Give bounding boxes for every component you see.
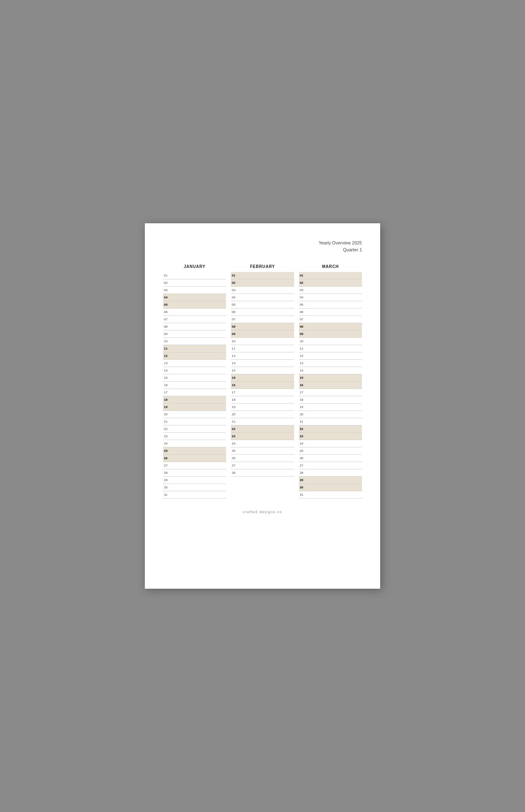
day-line <box>306 473 362 473</box>
day-line <box>238 370 294 371</box>
day-row: 23 <box>299 433 362 440</box>
day-line <box>238 451 294 451</box>
day-number: 05 <box>299 303 306 307</box>
day-row: 07 <box>231 316 294 323</box>
day-row: 27 <box>231 462 294 469</box>
day-row: 16 <box>299 382 362 389</box>
day-number: 09 <box>231 332 238 336</box>
day-row: 04 <box>299 294 362 301</box>
day-row: 12 <box>231 352 294 360</box>
day-row: 01 <box>231 272 294 279</box>
day-line <box>306 341 362 341</box>
day-row: 29 <box>163 477 226 484</box>
day-line <box>170 480 226 480</box>
day-number: 15 <box>299 376 306 380</box>
day-row: 19 <box>163 404 226 411</box>
day-number: 11 <box>163 347 170 350</box>
day-number: 12 <box>299 354 306 358</box>
header-title: Yearly Overview 2025 Quarter 1 <box>163 240 362 253</box>
day-line <box>170 304 226 305</box>
day-row: 13 <box>231 360 294 367</box>
day-row: 24 <box>163 440 226 447</box>
day-line <box>170 326 226 327</box>
day-number: 18 <box>231 398 238 402</box>
day-line <box>238 443 294 444</box>
day-line <box>170 495 226 495</box>
day-row: 26 <box>299 455 362 462</box>
day-number: 11 <box>231 347 238 350</box>
day-line <box>306 465 362 466</box>
day-line <box>306 495 362 495</box>
day-number: 30 <box>299 486 306 489</box>
day-number: 06 <box>163 310 170 314</box>
day-line <box>170 290 226 290</box>
day-line <box>306 458 362 458</box>
day-number: 10 <box>299 339 306 343</box>
day-number: 19 <box>231 405 238 409</box>
day-number: 19 <box>163 405 170 409</box>
day-number: 14 <box>163 369 170 372</box>
day-number: 24 <box>163 442 170 445</box>
day-line <box>170 465 226 466</box>
day-number: 17 <box>231 391 238 394</box>
day-line <box>306 480 362 480</box>
day-line <box>170 341 226 341</box>
day-number: 01 <box>299 274 306 277</box>
day-line <box>170 458 226 458</box>
day-number: 31 <box>163 493 170 497</box>
day-row: 25 <box>299 447 362 455</box>
day-line <box>170 429 226 429</box>
day-row: 02 <box>299 279 362 287</box>
day-row: 06 <box>299 309 362 316</box>
day-number: 22 <box>163 427 170 431</box>
day-line <box>238 326 294 327</box>
day-row: 13 <box>163 360 226 367</box>
day-number: 19 <box>299 405 306 409</box>
day-number: 26 <box>231 456 238 460</box>
day-line <box>170 473 226 473</box>
day-row: 02 <box>231 279 294 287</box>
day-number: 09 <box>299 332 306 336</box>
day-line <box>238 407 294 407</box>
day-row: 08 <box>231 323 294 330</box>
day-number: 03 <box>163 288 170 292</box>
day-number: 15 <box>231 376 238 380</box>
day-number: 13 <box>299 361 306 365</box>
day-line <box>170 414 226 415</box>
day-row: 30 <box>299 484 362 491</box>
day-row: 27 <box>163 462 226 469</box>
day-number: 13 <box>231 361 238 365</box>
month-header: JANUARY <box>163 264 226 269</box>
day-number: 14 <box>299 369 306 372</box>
day-line <box>170 451 226 451</box>
day-line <box>170 407 226 407</box>
day-row: 18 <box>163 396 226 404</box>
day-number: 17 <box>299 391 306 394</box>
day-row: 14 <box>299 367 362 374</box>
day-line <box>170 283 226 283</box>
day-row: 12 <box>299 352 362 360</box>
day-line <box>306 290 362 290</box>
day-number: 16 <box>299 383 306 387</box>
day-line <box>170 443 226 444</box>
day-line <box>170 400 226 400</box>
day-row: 20 <box>231 411 294 418</box>
page: Yearly Overview 2025 Quarter 1 JANUARY01… <box>145 223 380 589</box>
day-line <box>238 363 294 363</box>
day-row: 17 <box>299 389 362 396</box>
day-line <box>306 348 362 349</box>
day-number: 10 <box>231 339 238 343</box>
day-row: 18 <box>299 396 362 404</box>
day-row: 09 <box>299 330 362 338</box>
day-line <box>170 385 226 385</box>
day-line <box>170 348 226 349</box>
day-row: 17 <box>231 389 294 396</box>
day-line <box>238 429 294 429</box>
day-number: 25 <box>163 449 170 453</box>
day-line <box>170 334 226 334</box>
month-header: FEBRUARY <box>231 264 294 269</box>
day-row: 11 <box>231 345 294 352</box>
day-line <box>306 436 362 436</box>
day-line <box>306 326 362 327</box>
day-number: 04 <box>231 296 238 299</box>
